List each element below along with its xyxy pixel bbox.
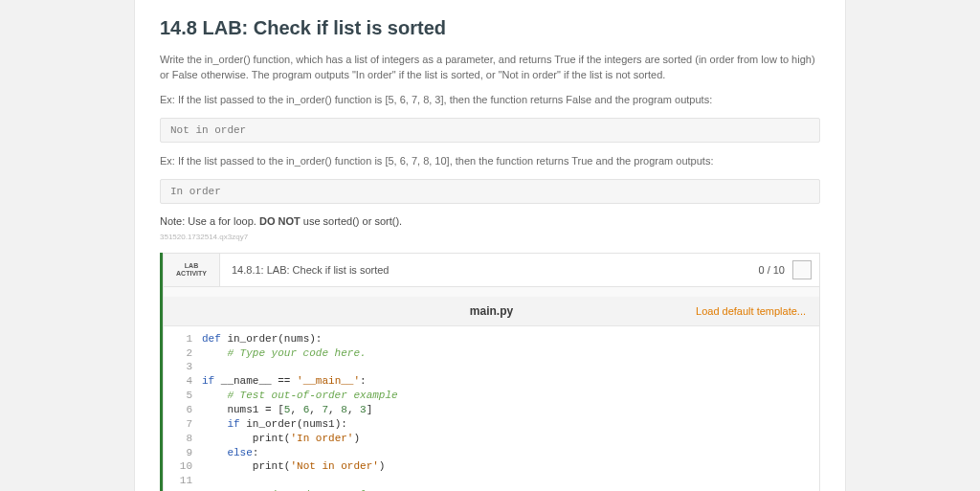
content-panel: 14.8 LAB: Check if list is sorted Write …: [134, 0, 846, 491]
lab-activity: LAB ACTIVITY 14.8.1: LAB: Check if list …: [160, 253, 820, 491]
load-default-link[interactable]: Load default template...: [696, 305, 806, 317]
note-text: Note: Use a for loop. DO NOT use sorted(…: [160, 215, 820, 227]
tab-filename[interactable]: main.py: [470, 304, 513, 318]
editor-area: main.py Load default template... 1def in…: [163, 287, 820, 491]
description: Write the in_order() function, which has…: [160, 53, 820, 83]
lab-header: LAB ACTIVITY 14.8.1: LAB: Check if list …: [163, 253, 820, 287]
example2-output: In order: [160, 179, 820, 204]
example2-text: Ex: If the list passed to the in_order()…: [160, 154, 820, 169]
tiny-code: 351520.1732514.qx3zqy7: [160, 233, 820, 241]
code-editor[interactable]: 1def in_order(nums): 2 # Type your code …: [164, 326, 819, 491]
score-text: 0 / 10: [758, 264, 785, 276]
lab-badge: LAB ACTIVITY: [164, 254, 220, 286]
example1-output: Not in order: [160, 118, 820, 143]
lab-score: 0 / 10: [758, 254, 819, 286]
example1-text: Ex: If the list passed to the in_order()…: [160, 93, 820, 108]
page-title: 14.8 LAB: Check if list is sorted: [160, 17, 820, 39]
editor-tabbar: main.py Load default template...: [164, 297, 819, 326]
lab-title: 14.8.1: LAB: Check if list is sorted: [220, 254, 758, 286]
score-box-icon[interactable]: [792, 260, 812, 279]
